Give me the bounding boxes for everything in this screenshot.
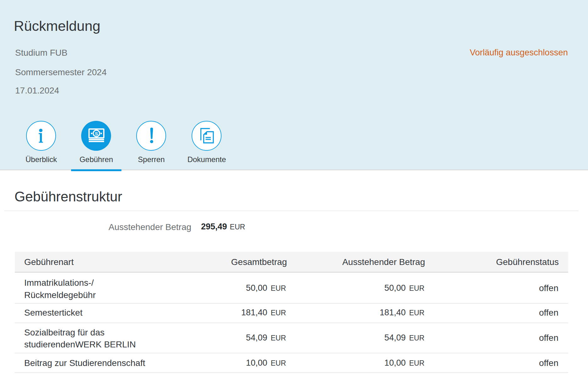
- svg-text:S: S: [95, 131, 98, 136]
